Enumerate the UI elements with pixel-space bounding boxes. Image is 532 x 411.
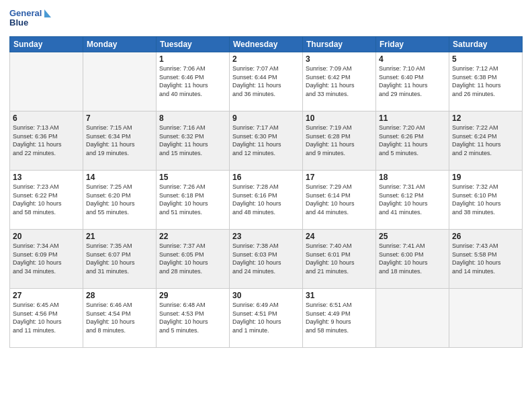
weekday-header: Monday (83, 37, 157, 52)
day-info: Sunrise: 7:23 AM Sunset: 6:22 PM Dayligh… (13, 183, 80, 216)
day-info: Sunrise: 7:37 AM Sunset: 6:05 PM Dayligh… (159, 242, 226, 275)
calendar-day-cell: 11Sunrise: 7:20 AM Sunset: 6:26 PM Dayli… (376, 111, 449, 171)
day-number: 24 (306, 232, 373, 241)
day-number: 2 (232, 54, 300, 64)
day-number: 28 (86, 291, 153, 300)
day-info: Sunrise: 7:15 AM Sunset: 6:34 PM Dayligh… (86, 124, 153, 157)
day-number: 9 (232, 113, 300, 123)
day-info: Sunrise: 7:20 AM Sunset: 6:26 PM Dayligh… (379, 124, 446, 157)
calendar-day-cell (449, 289, 523, 348)
day-number: 10 (306, 113, 373, 123)
day-info: Sunrise: 7:34 AM Sunset: 6:09 PM Dayligh… (13, 242, 80, 275)
weekday-header-row: SundayMondayTuesdayWednesdayThursdayFrid… (10, 37, 523, 52)
calendar-day-cell: 14Sunrise: 7:25 AM Sunset: 6:20 PM Dayli… (83, 171, 157, 230)
calendar-week-row: 20Sunrise: 7:34 AM Sunset: 6:09 PM Dayli… (10, 230, 523, 289)
calendar-day-cell: 27Sunrise: 6:45 AM Sunset: 4:56 PM Dayli… (10, 289, 83, 348)
calendar-day-cell: 29Sunrise: 6:48 AM Sunset: 4:53 PM Dayli… (157, 289, 230, 348)
svg-marker-2 (44, 9, 51, 17)
calendar-day-cell: 8Sunrise: 7:16 AM Sunset: 6:32 PM Daylig… (157, 111, 230, 171)
calendar-day-cell: 2Sunrise: 7:07 AM Sunset: 6:44 PM Daylig… (230, 52, 303, 111)
day-number: 26 (452, 232, 519, 241)
calendar-day-cell: 6Sunrise: 7:13 AM Sunset: 6:36 PM Daylig… (10, 111, 83, 171)
calendar-day-cell: 23Sunrise: 7:38 AM Sunset: 6:03 PM Dayli… (230, 230, 303, 289)
calendar-day-cell: 1Sunrise: 7:06 AM Sunset: 6:46 PM Daylig… (157, 52, 230, 111)
calendar-week-row: 6Sunrise: 7:13 AM Sunset: 6:36 PM Daylig… (10, 111, 523, 171)
day-info: Sunrise: 7:41 AM Sunset: 6:00 PM Dayligh… (379, 242, 446, 275)
calendar-day-cell: 20Sunrise: 7:34 AM Sunset: 6:09 PM Dayli… (10, 230, 83, 289)
weekday-header: Thursday (303, 37, 376, 52)
day-info: Sunrise: 7:32 AM Sunset: 6:10 PM Dayligh… (452, 183, 519, 216)
day-number: 21 (86, 232, 153, 241)
calendar-day-cell: 25Sunrise: 7:41 AM Sunset: 6:00 PM Dayli… (376, 230, 449, 289)
day-number: 30 (232, 291, 300, 300)
calendar-day-cell: 24Sunrise: 7:40 AM Sunset: 6:01 PM Dayli… (303, 230, 376, 289)
day-info: Sunrise: 7:06 AM Sunset: 6:46 PM Dayligh… (159, 64, 226, 98)
day-info: Sunrise: 7:28 AM Sunset: 6:16 PM Dayligh… (232, 183, 300, 216)
day-number: 12 (452, 113, 519, 123)
day-info: Sunrise: 7:26 AM Sunset: 6:18 PM Dayligh… (159, 183, 226, 216)
day-info: Sunrise: 7:22 AM Sunset: 6:24 PM Dayligh… (452, 124, 519, 157)
day-info: Sunrise: 7:16 AM Sunset: 6:32 PM Dayligh… (159, 124, 226, 157)
weekday-header: Tuesday (157, 37, 230, 52)
day-info: Sunrise: 7:09 AM Sunset: 6:42 PM Dayligh… (306, 64, 373, 98)
calendar-day-cell: 5Sunrise: 7:12 AM Sunset: 6:38 PM Daylig… (449, 52, 523, 111)
day-number: 4 (379, 54, 446, 64)
calendar-day-cell: 15Sunrise: 7:26 AM Sunset: 6:18 PM Dayli… (157, 171, 230, 230)
svg-text:General: General (9, 8, 42, 18)
calendar-day-cell: 21Sunrise: 7:35 AM Sunset: 6:07 PM Dayli… (83, 230, 157, 289)
weekday-header: Wednesday (230, 37, 303, 52)
day-info: Sunrise: 7:10 AM Sunset: 6:40 PM Dayligh… (379, 64, 446, 98)
day-info: Sunrise: 7:43 AM Sunset: 5:58 PM Dayligh… (452, 242, 519, 275)
calendar-week-row: 13Sunrise: 7:23 AM Sunset: 6:22 PM Dayli… (10, 171, 523, 230)
day-info: Sunrise: 7:25 AM Sunset: 6:20 PM Dayligh… (86, 183, 153, 216)
day-info: Sunrise: 6:49 AM Sunset: 4:51 PM Dayligh… (232, 301, 300, 334)
calendar-day-cell (376, 289, 449, 348)
day-info: Sunrise: 6:46 AM Sunset: 4:54 PM Dayligh… (86, 301, 153, 334)
calendar-day-cell (10, 52, 83, 111)
weekday-header: Sunday (10, 37, 83, 52)
day-info: Sunrise: 6:51 AM Sunset: 4:49 PM Dayligh… (306, 301, 373, 334)
day-info: Sunrise: 7:13 AM Sunset: 6:36 PM Dayligh… (13, 124, 80, 157)
calendar-day-cell: 9Sunrise: 7:17 AM Sunset: 6:30 PM Daylig… (230, 111, 303, 171)
day-info: Sunrise: 7:38 AM Sunset: 6:03 PM Dayligh… (232, 242, 300, 275)
calendar-day-cell: 17Sunrise: 7:29 AM Sunset: 6:14 PM Dayli… (303, 171, 376, 230)
header: GeneralBlue (9, 7, 523, 31)
day-info: Sunrise: 7:17 AM Sunset: 6:30 PM Dayligh… (232, 124, 300, 157)
day-number: 31 (306, 291, 373, 300)
day-number: 8 (159, 113, 226, 123)
day-number: 29 (159, 291, 226, 300)
calendar-day-cell: 31Sunrise: 6:51 AM Sunset: 4:49 PM Dayli… (303, 289, 376, 348)
calendar-day-cell: 30Sunrise: 6:49 AM Sunset: 4:51 PM Dayli… (230, 289, 303, 348)
day-info: Sunrise: 7:35 AM Sunset: 6:07 PM Dayligh… (86, 242, 153, 275)
calendar-day-cell: 4Sunrise: 7:10 AM Sunset: 6:40 PM Daylig… (376, 52, 449, 111)
day-number: 13 (13, 173, 80, 182)
calendar-table: SundayMondayTuesdayWednesdayThursdayFrid… (9, 36, 523, 348)
calendar-day-cell (83, 52, 157, 111)
calendar-day-cell: 19Sunrise: 7:32 AM Sunset: 6:10 PM Dayli… (449, 171, 523, 230)
calendar-week-row: 27Sunrise: 6:45 AM Sunset: 4:56 PM Dayli… (10, 289, 523, 348)
day-number: 18 (379, 173, 446, 182)
logo-svg: GeneralBlue (9, 7, 56, 31)
day-info: Sunrise: 7:40 AM Sunset: 6:01 PM Dayligh… (306, 242, 373, 275)
day-number: 7 (86, 113, 153, 123)
day-info: Sunrise: 7:29 AM Sunset: 6:14 PM Dayligh… (306, 183, 373, 216)
calendar-day-cell: 12Sunrise: 7:22 AM Sunset: 6:24 PM Dayli… (449, 111, 523, 171)
calendar-week-row: 1Sunrise: 7:06 AM Sunset: 6:46 PM Daylig… (10, 52, 523, 111)
day-info: Sunrise: 7:12 AM Sunset: 6:38 PM Dayligh… (452, 64, 519, 98)
day-info: Sunrise: 6:45 AM Sunset: 4:56 PM Dayligh… (13, 301, 80, 334)
svg-text:Blue: Blue (9, 17, 28, 28)
day-number: 6 (13, 113, 80, 123)
day-number: 25 (379, 232, 446, 241)
day-number: 19 (452, 173, 519, 182)
day-number: 16 (232, 173, 300, 182)
weekday-header: Saturday (449, 37, 523, 52)
calendar-day-cell: 26Sunrise: 7:43 AM Sunset: 5:58 PM Dayli… (449, 230, 523, 289)
calendar-day-cell: 3Sunrise: 7:09 AM Sunset: 6:42 PM Daylig… (303, 52, 376, 111)
calendar-day-cell: 10Sunrise: 7:19 AM Sunset: 6:28 PM Dayli… (303, 111, 376, 171)
day-number: 14 (86, 173, 153, 182)
calendar-day-cell: 16Sunrise: 7:28 AM Sunset: 6:16 PM Dayli… (230, 171, 303, 230)
day-number: 27 (13, 291, 80, 300)
day-number: 22 (159, 232, 226, 241)
day-number: 15 (159, 173, 226, 182)
weekday-header: Friday (376, 37, 449, 52)
